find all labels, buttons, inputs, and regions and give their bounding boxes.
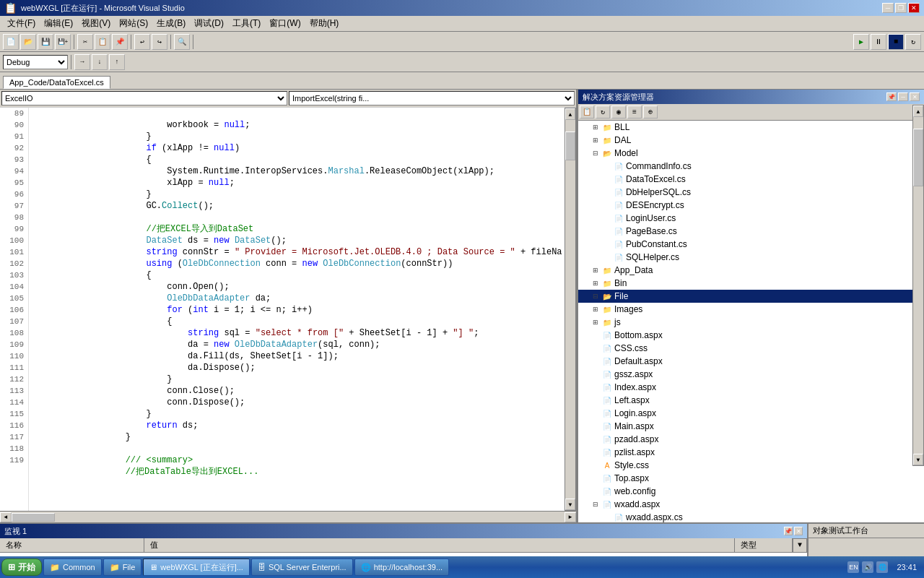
step-into-btn[interactable]: ↓ [92,54,108,70]
tree-item-pzlistaspx[interactable]: 📄 pzlist.aspx [578,446,924,459]
se-refresh-btn[interactable]: ↻ [596,105,610,118]
tree-item-pzaddaspx[interactable]: 📄 pzadd.aspx [578,433,924,446]
menu-build[interactable]: 生成(B) [152,16,190,31]
se-scroll-down[interactable]: ▼ [913,454,923,465]
menu-file[interactable]: 文件(F) [3,16,40,31]
step-over-btn[interactable]: → [74,54,90,70]
tree-item-pubconstant[interactable]: 📄 PubConstant.cs [578,238,924,251]
tree-item-bll[interactable]: ⊞ 📁 BLL [578,121,924,134]
undo-btn[interactable]: ↩ [134,34,150,50]
se-view-btn[interactable]: ◉ [611,105,626,118]
tree-item-webconfig[interactable]: 📄 web.config [578,485,924,498]
stop-btn[interactable]: ■ [888,34,904,50]
tree-item-appdata[interactable]: ⊞ 📁 App_Data [578,264,924,277]
toggle-model[interactable]: ⊟ [590,150,601,157]
toggle-appdata[interactable]: ⊞ [590,267,601,274]
scroll-up-arrow[interactable]: ▲ [565,108,575,120]
tree-item-loginaspx[interactable]: 📄 Login.aspx [578,407,924,420]
step-out-btn[interactable]: ↑ [109,54,125,70]
tree-item-gsszaspx[interactable]: 📄 gssz.aspx [578,368,924,381]
tree-item-stylecss[interactable]: A Style.css [578,459,924,472]
tree-item-csscss[interactable]: 📄 CSS.css [578,342,924,355]
menu-debug[interactable]: 调试(D) [190,16,228,31]
paste-btn[interactable]: 📌 [112,34,128,50]
restore-button[interactable]: ❐ [895,3,907,13]
toggle-bll[interactable]: ⊞ [590,124,601,131]
title-bar-controls[interactable]: ─ ❐ ✕ [882,3,920,13]
redo-btn[interactable]: ↪ [152,34,167,50]
save-btn[interactable]: 💾 [38,34,53,50]
se-scroll-up[interactable]: ▲ [913,105,923,117]
start-button[interactable]: ⊞ 开始 [1,558,42,576]
watch-expand-btn[interactable]: ▼ [793,538,807,553]
tree-item-wxaddaspxcs[interactable]: 📄 wxadd.aspx.cs [578,511,924,522]
tree-item-bin[interactable]: ⊞ 📁 Bin [578,277,924,290]
tree-item-leftaspx[interactable]: 📄 Left.aspx [578,394,924,407]
debug-mode-select[interactable]: Debug [3,55,68,69]
tree-item-js[interactable]: ⊞ 📁 js [578,316,924,329]
taskbar-item-file[interactable]: 📁 File [103,558,142,576]
close-button[interactable]: ✕ [908,3,920,13]
code-scrollbar-v[interactable]: ▲ ▼ [565,108,576,511]
taskbar-item-common[interactable]: 📁 Common [43,558,102,576]
se-properties-btn[interactable]: 📋 [580,105,594,118]
se-minimize-btn[interactable]: ─ [898,92,908,101]
member-dropdown[interactable]: ImportExcel(string fi... [289,91,575,105]
restart-btn[interactable]: ↻ [905,34,921,50]
tree-item-datatoexcel[interactable]: 📄 DataToExcel.cs [578,173,924,186]
se-tree[interactable]: ⊞ 📁 BLL ⊞ 📁 DAL ⊟ 📂 Model 📄 CommandInfo.… [578,121,924,522]
toggle-wxaddaspx[interactable]: ⊟ [590,501,601,508]
toggle-dal[interactable]: ⊞ [590,137,601,144]
taskbar-item-vs[interactable]: 🖥 webWXGL [正在运行]... [143,558,250,576]
taskbar-item-sql[interactable]: 🗄 SQL Server Enterpri... [251,558,353,576]
cut-btn[interactable]: ✂ [77,34,93,50]
scroll-left-arrow[interactable]: ◄ [0,512,12,522]
toggle-images[interactable]: ⊞ [590,306,601,313]
tab-datatosexcel[interactable]: App_Code/DataToExcel.cs [3,76,110,89]
tree-item-commandinfo[interactable]: 📄 CommandInfo.cs [578,160,924,173]
menu-view[interactable]: 视图(V) [77,16,115,31]
class-dropdown[interactable]: ExcelIO [1,91,287,105]
tree-item-model[interactable]: ⊟ 📂 Model [578,147,924,160]
se-scroll-thumb[interactable] [913,129,923,186]
se-close-btn[interactable]: ✕ [910,92,920,101]
tree-item-bottomaspx[interactable]: 📄 Bottom.aspx [578,329,924,342]
se-copy-btn[interactable]: ⊕ [643,105,658,118]
menu-edit[interactable]: 编辑(E) [40,16,77,31]
se-pin-btn[interactable]: 📌 [886,92,897,101]
tree-item-images[interactable]: ⊞ 📁 Images [578,303,924,316]
tree-item-defaultaspx[interactable]: 📄 Default.aspx [578,355,924,368]
toggle-bin[interactable]: ⊞ [590,280,601,287]
tree-item-dal[interactable]: ⊞ 📁 DAL [578,134,924,147]
watch-close-btn[interactable]: ✕ [794,527,803,535]
toggle-js[interactable]: ⊞ [590,319,601,326]
se-scrollbar-v[interactable]: ▲ ▼ [912,105,924,466]
tree-item-topaspx[interactable]: 📄 Top.aspx [578,472,924,485]
toggle-file[interactable]: ⊟ [590,293,601,300]
taskbar-item-ie[interactable]: 🌐 http://localhost:39... [354,558,449,576]
menu-window[interactable]: 窗口(W) [265,16,305,31]
watch-pin-btn[interactable]: 📌 [784,527,793,535]
save-all-btn[interactable]: 💾+ [55,34,71,50]
pause-btn[interactable]: ⏸ [871,34,886,50]
minimize-button[interactable]: ─ [882,3,894,13]
se-nested-btn[interactable]: ≡ [627,105,642,118]
scroll-right-arrow[interactable]: ► [565,512,576,522]
tree-item-desencrypt[interactable]: 📄 DESEncrypt.cs [578,199,924,212]
run-btn[interactable]: ▶ [853,34,869,50]
tree-item-sqlhelper[interactable]: 📄 SQLHelper.cs [578,251,924,264]
scroll-down-arrow[interactable]: ▼ [565,499,575,510]
tree-item-file[interactable]: ⊟ 📂 File [578,290,924,303]
menu-website[interactable]: 网站(S) [115,16,152,31]
tree-item-dbhelpersql[interactable]: 📄 DbHelperSQL.cs [578,186,924,199]
tree-item-wxaddaspx[interactable]: ⊟ 📄 wxadd.aspx [578,498,924,511]
scroll-thumb[interactable] [565,131,575,160]
find-btn[interactable]: 🔍 [174,34,190,50]
tree-item-mainaspx[interactable]: 📄 Main.aspx [578,420,924,433]
copy-btn[interactable]: 📋 [95,34,110,50]
tree-item-loginuser[interactable]: 📄 LoginUser.cs [578,212,924,225]
menu-tools[interactable]: 工具(T) [228,16,265,31]
code-scrollbar-h[interactable]: ◄ ► [0,511,576,522]
h-scroll-thumb[interactable] [12,513,55,522]
tree-item-indexaspx[interactable]: 📄 Index.aspx [578,381,924,394]
